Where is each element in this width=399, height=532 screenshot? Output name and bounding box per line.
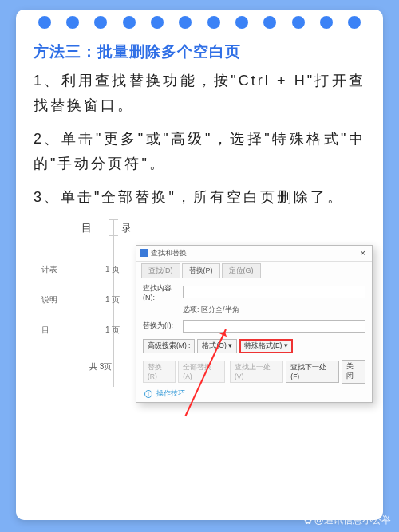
options-value: 区分全/半角: [201, 305, 239, 313]
tab-replace[interactable]: 替换(P): [182, 263, 220, 278]
toc-total: 共 3页: [89, 361, 112, 372]
info-icon: i: [144, 390, 152, 398]
replace-input[interactable]: [183, 320, 365, 333]
find-label: 查找内容(N):: [143, 283, 183, 301]
replace-button[interactable]: 替换(R): [143, 361, 176, 383]
toc-row: 目1 页: [41, 325, 120, 336]
paw-icon: ✿: [304, 515, 312, 526]
find-input[interactable]: [183, 286, 365, 298]
find-replace-dialog: 查找和替换 × 查找(D) 替换(P) 定位(G) 查找内容(N): 选项: 区…: [136, 245, 373, 403]
hint-text[interactable]: 操作技巧: [156, 389, 185, 397]
dialog-icon: [140, 249, 148, 257]
step-2: 2、单击"更多"或"高级"，选择"特殊格式"中的"手动分页符"。: [34, 127, 365, 175]
step-1: 1、利用查找替换功能，按"Ctrl + H"打开查找替换窗口。: [34, 69, 365, 117]
dialog-tabs: 查找(D) 替换(P) 定位(G): [136, 262, 372, 278]
toc-row: 计表1 页: [41, 264, 120, 275]
tab-find[interactable]: 查找(D): [141, 263, 180, 278]
options-label: 选项:: [183, 305, 200, 313]
dialog-title: 查找和替换: [151, 248, 187, 258]
step-3: 3、单击"全部替换"，所有空白页删除了。: [34, 185, 365, 210]
note-card: 方法三：批量删除多个空白页 1、利用查找替换功能，按"Ctrl + H"打开查找…: [16, 10, 383, 520]
binding-holes: [16, 10, 383, 29]
close-button[interactable]: 关闭: [342, 360, 365, 384]
close-icon[interactable]: ×: [358, 248, 369, 258]
find-prev-button[interactable]: 查找上一处(V): [230, 361, 283, 383]
toc-row: 说明1 页: [41, 294, 120, 305]
replace-label: 替换为(I):: [143, 321, 183, 331]
watermark: ✿@通讯信息小公举: [304, 514, 391, 527]
document-preview: 目 录 计表1 页 说明1 页 目1 页 共 3页 查找和替换 × 查找(D): [34, 219, 365, 419]
tab-goto[interactable]: 定位(G): [222, 263, 261, 278]
toc-heading: 目 录: [81, 221, 141, 235]
advanced-search-button[interactable]: 高级搜索(M) :: [143, 339, 195, 353]
special-format-button[interactable]: 特殊格式(E) ▾: [239, 339, 293, 353]
section-title: 方法三：批量删除多个空白页: [34, 41, 365, 62]
find-next-button[interactable]: 查找下一处(F): [286, 361, 339, 383]
